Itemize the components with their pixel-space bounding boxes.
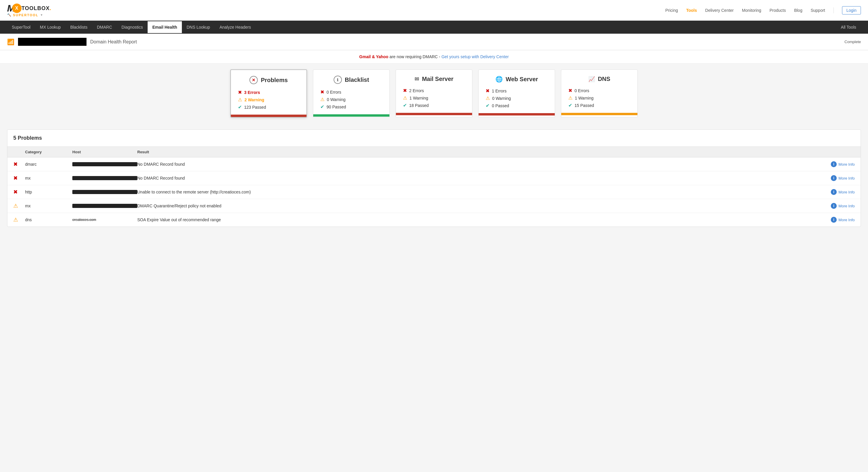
report-label: Domain Health Report <box>90 39 137 45</box>
row-host <box>72 162 137 166</box>
nav-monitoring[interactable]: Monitoring <box>742 8 761 13</box>
sec-nav-dns-lookup[interactable]: DNS Lookup <box>182 21 215 33</box>
sec-nav-right: All Tools <box>836 21 861 33</box>
card-blacklist[interactable]: ℹ Blacklist ✖ 0 Errors ⚠ 0 Warning ✔ 90 … <box>313 69 390 118</box>
announcement-highlight: Gmail & Yahoo <box>359 54 389 59</box>
info-icon: i <box>831 203 837 209</box>
dns-errors-value: 0 Errors <box>575 88 589 93</box>
table-row: ✖ dmarc No DMARC Record found i More Inf… <box>7 157 861 171</box>
dns-warnings-stat: ⚠ 1 Warning <box>568 95 630 101</box>
card-mail-server[interactable]: ✉ Mail Server ✖ 2 Errors ⚠ 1 Warning ✔ 1… <box>396 69 472 118</box>
nav-delivery-center[interactable]: Delivery Center <box>705 8 734 13</box>
col-category: Category <box>25 150 72 154</box>
supertool-label: SUPERTOOL <box>13 13 38 17</box>
nav-tools[interactable]: Tools <box>686 8 697 13</box>
blacklist-icon: ℹ <box>334 76 342 84</box>
card-mail-server-title: ✉ Mail Server <box>403 76 465 82</box>
ws-error-icon: ✖ <box>486 88 490 94</box>
dns-error-icon: ✖ <box>568 88 572 93</box>
problems-passed-value: 123 Passed <box>244 105 266 110</box>
web-server-warnings-value: 0 Warning <box>492 96 511 101</box>
row-host: creatioces.com <box>72 218 137 222</box>
sec-nav-analyze-headers[interactable]: Analyze Headers <box>215 21 256 33</box>
mail-server-icon: ✉ <box>414 76 419 82</box>
problems-bar <box>231 115 306 117</box>
blacklist-warnings-stat: ⚠ 0 Warning <box>320 96 382 102</box>
logo-top: M X TOOLBOX. <box>7 4 51 13</box>
row-error-icon: ✖ <box>13 175 25 181</box>
sec-nav-diagnostics[interactable]: Diagnostics <box>117 21 148 33</box>
nav-blog[interactable]: Blog <box>794 8 802 13</box>
all-tools-link[interactable]: All Tools <box>836 21 861 33</box>
status-badge: Complete <box>844 39 861 44</box>
card-blacklist-title: ℹ Blacklist <box>320 76 382 84</box>
problems-errors-stat: ✖ 3 Errors <box>238 89 299 95</box>
row-result: Unable to connect to the remote server (… <box>137 189 807 194</box>
blacklist-warnings-value: 0 Warning <box>327 97 345 102</box>
table-row: ✖ mx No DMARC Record found i More Info <box>7 171 861 185</box>
top-nav-links: Pricing Tools Delivery Center Monitoring… <box>665 6 861 14</box>
info-icon: i <box>831 175 837 181</box>
problems-header: 5 Problems <box>7 130 861 147</box>
nav-support[interactable]: Support <box>811 8 825 13</box>
col-host: Host <box>72 150 137 154</box>
card-problems-title: ✕ Problems <box>238 76 299 84</box>
warning-icon: ⚠ <box>238 97 242 102</box>
hammer-icon: 🔨 <box>7 13 12 17</box>
web-server-bar <box>478 113 555 116</box>
logo-supertool: 🔨 SUPERTOOL ▾ <box>7 13 51 17</box>
cards-section: ✕ Problems ✖ 3 Errors ⚠ 2 Warning ✔ 123 … <box>0 63 868 123</box>
announcement-link[interactable]: Get yours setup with Delivery Center <box>441 54 509 59</box>
nav-login[interactable]: Login <box>842 6 861 14</box>
card-problems[interactable]: ✕ Problems ✖ 3 Errors ⚠ 2 Warning ✔ 123 … <box>230 69 307 118</box>
sec-nav-email-health[interactable]: Email Health <box>148 21 182 33</box>
row-category: dmarc <box>25 162 72 167</box>
more-info-button[interactable]: i More Info <box>807 161 855 167</box>
nav-pricing[interactable]: Pricing <box>665 8 678 13</box>
problems-passed-stat: ✔ 123 Passed <box>238 104 299 110</box>
ms-error-icon: ✖ <box>403 88 407 93</box>
sec-nav-supertool[interactable]: SuperTool <box>7 21 35 33</box>
card-dns[interactable]: 📈 DNS ✖ 0 Errors ⚠ 1 Warning ✔ 15 Passed <box>561 69 638 118</box>
card-web-server-title: 🌐 Web Server <box>486 76 548 83</box>
row-result: SOA Expire Value out of recommended rang… <box>137 217 807 222</box>
more-info-button[interactable]: i More Info <box>807 203 855 209</box>
card-web-server[interactable]: 🌐 Web Server ✖ 1 Errors ⚠ 0 Warning ✔ 0 … <box>478 69 555 118</box>
mail-server-passed-stat: ✔ 18 Passed <box>403 102 465 108</box>
domain-name: CREATETOOLS.COM <box>18 38 87 46</box>
blacklist-errors-value: 0 Errors <box>327 90 341 94</box>
top-nav: M X TOOLBOX. 🔨 SUPERTOOL ▾ Pricing Tools… <box>0 0 868 21</box>
mail-server-label: Mail Server <box>422 76 454 82</box>
dns-passed-icon: ✔ <box>568 102 572 108</box>
problems-icon: ✕ <box>249 76 258 84</box>
nav-products[interactable]: Products <box>769 8 786 13</box>
row-error-icon: ✖ <box>13 189 25 195</box>
ms-passed-icon: ✔ <box>403 102 407 108</box>
dns-passed-stat: ✔ 15 Passed <box>568 102 630 108</box>
error-icon: ✖ <box>238 89 242 95</box>
blacklist-errors-stat: ✖ 0 Errors <box>320 89 382 95</box>
dns-label: DNS <box>598 76 610 82</box>
row-host <box>72 190 137 194</box>
info-icon: i <box>831 161 837 167</box>
more-info-button[interactable]: i More Info <box>807 189 855 195</box>
sec-nav: SuperTool MX Lookup Blacklists DMARC Dia… <box>0 21 868 34</box>
domain-icon: 📶 <box>7 38 14 46</box>
dropdown-arrow-icon[interactable]: ▾ <box>41 13 43 17</box>
info-icon: i <box>831 217 837 223</box>
problems-errors-value: 3 Errors <box>244 90 260 95</box>
more-info-button[interactable]: i More Info <box>807 217 855 223</box>
more-info-label: More Info <box>838 190 855 194</box>
blacklist-passed-value: 90 Passed <box>327 105 346 109</box>
sec-nav-mx-lookup[interactable]: MX Lookup <box>35 21 66 33</box>
passed-icon: ✔ <box>238 104 242 110</box>
row-category: dns <box>25 217 72 222</box>
sec-nav-dmarc[interactable]: DMARC <box>92 21 117 33</box>
dns-passed-value: 15 Passed <box>575 103 594 108</box>
sec-nav-blacklists[interactable]: Blacklists <box>66 21 92 33</box>
more-info-button[interactable]: i More Info <box>807 175 855 181</box>
mail-server-bar <box>396 113 472 115</box>
mail-server-errors-stat: ✖ 2 Errors <box>403 88 465 93</box>
problems-section: 5 Problems Category Host Result ✖ dmarc … <box>7 129 861 227</box>
web-server-icon: 🌐 <box>495 76 503 83</box>
